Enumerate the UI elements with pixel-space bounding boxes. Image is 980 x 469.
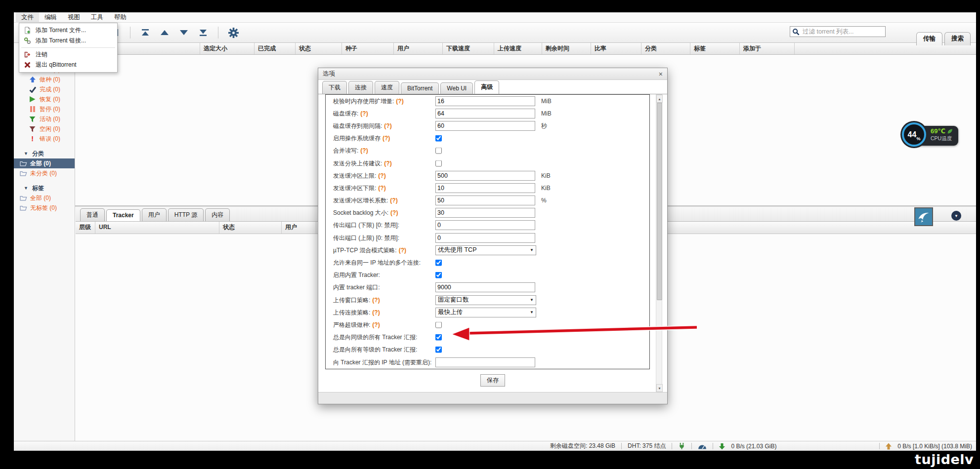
connection-status-icon[interactable] xyxy=(678,442,685,450)
option-checkbox-announce-all-trackers[interactable] xyxy=(435,334,442,341)
column-header-tags[interactable]: 标签 xyxy=(690,43,740,54)
tab-peers[interactable]: 用户 xyxy=(142,208,167,221)
dialog-title-bar[interactable]: 选项 × xyxy=(318,68,667,80)
tab-transfers[interactable]: 传输 xyxy=(916,32,942,45)
tab-bittorrent[interactable]: BitTorrent xyxy=(401,82,439,94)
filter-completed[interactable]: 完成 (0) xyxy=(14,84,75,94)
option-input[interactable] xyxy=(435,121,535,131)
option-input[interactable] xyxy=(435,282,535,292)
filter-paused[interactable]: 暂停 (0) xyxy=(14,104,75,114)
column-header-size[interactable]: 选定大小 xyxy=(200,43,255,54)
column-header-status[interactable]: 状态 xyxy=(296,43,342,54)
column-header-done[interactable]: 已完成 xyxy=(255,43,296,54)
tags-section-header[interactable]: ▼ 标签 xyxy=(14,183,75,193)
category-all[interactable]: 全部 (0) xyxy=(14,158,75,168)
option-input[interactable] xyxy=(435,208,535,218)
help-link[interactable]: (?) xyxy=(360,147,368,154)
help-link[interactable]: (?) xyxy=(399,246,406,253)
column-header-status[interactable]: 状态 xyxy=(219,222,282,234)
option-checkbox[interactable] xyxy=(435,135,442,142)
help-link[interactable]: (?) xyxy=(378,172,385,179)
scroll-down-icon[interactable]: ▼ xyxy=(656,384,663,392)
menu-help[interactable]: 帮助 xyxy=(109,12,132,23)
dialog-scrollbar[interactable]: ▲ ▼ xyxy=(656,94,662,392)
option-input[interactable] xyxy=(435,220,535,230)
filter-inactive[interactable]: 空闲 (0) xyxy=(14,124,75,134)
menu-edit[interactable]: 编辑 xyxy=(39,12,62,23)
filter-seeding[interactable]: 做种 (0) xyxy=(14,75,75,84)
tag-all[interactable]: 全部 (0) xyxy=(14,193,75,203)
option-input[interactable] xyxy=(435,109,535,118)
option-input[interactable] xyxy=(435,183,535,193)
help-link[interactable]: (?) xyxy=(390,197,397,204)
column-header-dlspeed[interactable]: 下载速度 xyxy=(443,43,494,54)
help-link[interactable]: (?) xyxy=(372,296,380,303)
help-link[interactable]: (?) xyxy=(383,135,390,142)
scrollbar-thumb[interactable] xyxy=(657,103,662,300)
help-link[interactable]: (?) xyxy=(390,209,398,216)
help-link[interactable]: (?) xyxy=(372,321,380,328)
help-link[interactable]: (?) xyxy=(360,110,368,117)
column-header-tier[interactable]: 层级 xyxy=(76,222,95,234)
help-link[interactable]: (?) xyxy=(384,159,391,166)
column-header-ratio[interactable]: 比率 xyxy=(591,43,641,54)
categories-section-header[interactable]: ▼ 分类 xyxy=(14,149,75,158)
tab-trackers[interactable]: Tracker xyxy=(106,209,140,221)
help-link[interactable]: (?) xyxy=(378,184,385,191)
filter-active[interactable]: 活动 (0) xyxy=(14,114,75,124)
column-header-eta[interactable]: 剩余时间 xyxy=(542,43,591,54)
column-header-seeds[interactable]: 种子 xyxy=(342,43,394,54)
tab-webui[interactable]: Web UI xyxy=(440,82,473,94)
column-header-added[interactable]: 添加于 xyxy=(740,43,795,54)
menu-item-add-torrent-link[interactable]: 添加 Torrent 链接... xyxy=(19,36,117,46)
move-up-button[interactable] xyxy=(159,27,170,39)
save-button[interactable]: 保存 xyxy=(480,374,505,387)
column-header-peers[interactable]: 用户 xyxy=(394,43,443,54)
tab-advanced[interactable]: 高级 xyxy=(474,80,499,94)
option-input[interactable] xyxy=(435,357,535,367)
scroll-up-icon[interactable]: ▲ xyxy=(656,95,663,103)
menu-item-exit[interactable]: 退出 qBittorrent xyxy=(19,60,117,70)
move-down-button[interactable] xyxy=(178,27,189,39)
help-link[interactable]: (?) xyxy=(396,97,403,104)
cpu-widget[interactable]: 69℃ CPU温度 44% xyxy=(902,122,959,149)
help-link[interactable]: (?) xyxy=(372,309,380,315)
column-header-url[interactable]: URL xyxy=(95,222,219,234)
search-input[interactable] xyxy=(802,28,883,36)
column-header-category[interactable]: 分类 xyxy=(641,43,690,54)
menu-tools[interactable]: 工具 xyxy=(85,12,109,23)
option-checkbox[interactable] xyxy=(435,160,442,166)
option-checkbox[interactable] xyxy=(435,148,442,154)
option-checkbox[interactable] xyxy=(435,260,442,266)
option-checkbox[interactable] xyxy=(435,272,442,278)
close-icon[interactable]: × xyxy=(659,71,663,78)
column-header-upspeed[interactable]: 上传速度 xyxy=(494,43,542,54)
option-select[interactable]: 固定窗口数▼ xyxy=(435,295,536,305)
menu-item-logout[interactable]: 注销 xyxy=(19,49,117,60)
tab-connection[interactable]: 连接 xyxy=(348,81,373,94)
options-button[interactable] xyxy=(228,27,239,39)
option-checkbox[interactable] xyxy=(435,321,442,328)
option-select[interactable]: 优先使用 TCP▼ xyxy=(435,245,536,255)
option-select[interactable]: 最快上传▼ xyxy=(435,308,536,317)
tab-downloads[interactable]: 下载 xyxy=(322,81,347,94)
tab-general[interactable]: 普通 xyxy=(80,208,105,221)
help-link[interactable]: (?) xyxy=(384,122,391,129)
tab-search[interactable]: 搜索 xyxy=(944,32,971,45)
swallow-theme-icon[interactable] xyxy=(914,207,933,226)
tab-http-sources[interactable]: HTTP 源 xyxy=(168,208,204,221)
menu-view[interactable]: 视图 xyxy=(62,12,85,23)
menu-item-add-torrent-file[interactable]: 添加 Torrent 文件... xyxy=(19,25,117,36)
menu-file[interactable]: 文件 xyxy=(16,12,39,23)
column-header-peers[interactable]: 用户 xyxy=(282,222,316,234)
option-input[interactable] xyxy=(435,96,535,106)
tab-content[interactable]: 内容 xyxy=(205,208,230,221)
option-input[interactable] xyxy=(435,233,535,243)
filter-errored[interactable]: ! 错误 (0) xyxy=(14,134,75,144)
option-input[interactable] xyxy=(435,171,535,181)
move-bottom-button[interactable] xyxy=(198,27,209,39)
filter-resumed[interactable]: 恢复 (0) xyxy=(14,94,75,104)
speed-limits-gauge-icon[interactable] xyxy=(698,443,707,449)
collapse-panel-button[interactable]: ▼ xyxy=(951,211,961,221)
tag-untagged[interactable]: 无标签 (0) xyxy=(14,203,75,213)
